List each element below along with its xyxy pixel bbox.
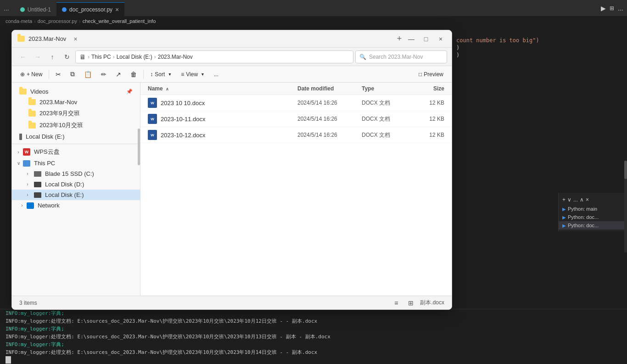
toolbar-more-btn[interactable]: ... <box>210 69 222 79</box>
toolbar-preview-btn[interactable]: □ Preview <box>415 69 447 79</box>
toolbar-delete-btn[interactable]: 🗑 <box>127 69 140 80</box>
window-maximize-btn[interactable]: □ <box>420 34 431 45</box>
nav-up-btn[interactable]: ↑ <box>46 50 59 63</box>
file-row-1[interactable]: W 2023-10-11.docx 2024/5/14 16:26 DOCX 文… <box>140 111 452 127</box>
toolbar-view-btn[interactable]: ≡ View ▼ <box>177 69 208 79</box>
panel-v-icon: ∨ <box>567 196 571 203</box>
sidebar-item-local-d[interactable]: › Local Disk (D:) <box>12 179 140 190</box>
oct-folder-icon <box>28 123 36 129</box>
terminal-item-3[interactable]: ▶ Python: doc... <box>559 221 627 230</box>
marnov-folder-icon <box>28 99 36 105</box>
sidebar-scrollbar-track[interactable] <box>138 83 140 296</box>
header-size[interactable]: Size <box>408 85 444 92</box>
videos-pin-icon: 📌 <box>126 89 133 95</box>
toolbar-copy-btn[interactable]: ⧉ <box>67 68 78 80</box>
new-label: + New <box>27 71 42 78</box>
view-label: View <box>186 71 198 78</box>
toolbar-cut-btn[interactable]: ✂ <box>52 69 65 80</box>
explorer-statusbar: 3 items ≡ ⊞ 副本.docx <box>12 296 452 309</box>
terminal-line-2: INFO:my_logger:处理文档: E:\sources_doc_2023… <box>0 317 627 325</box>
sidebar-item-thispc[interactable]: ∨ This PC <box>12 158 140 168</box>
header-date-label: Date modified <box>297 85 334 92</box>
explorer-window-controls: — □ × <box>406 34 446 45</box>
sidebar-local-e-top-label: Local Disk (E:) <box>26 133 65 140</box>
tab-doc-processor[interactable]: doc_processor.py × <box>56 2 124 16</box>
terminal-line-3: INFO:my_logger:字典; <box>0 325 627 333</box>
file-0-docx-icon: W <box>148 98 157 108</box>
breadcrumb-part1[interactable]: conda-meta <box>6 18 32 24</box>
delete-icon: 🗑 <box>130 71 137 78</box>
toolbar-paste-btn[interactable]: 📋 <box>80 69 95 80</box>
panel-right-toolbar[interactable]: + ∨ ... ∧ × <box>559 195 627 205</box>
wps-cloud-icon: W <box>23 148 30 156</box>
header-name[interactable]: Name ∧ <box>148 85 297 92</box>
tab-untitled[interactable]: Untitled-1 <box>15 2 56 16</box>
header-name-sort-icon: ∧ <box>166 87 169 91</box>
run-icon[interactable]: ▶ <box>601 5 606 12</box>
breadcrumb-sep1: › <box>34 18 36 24</box>
explorer-tab-close-btn[interactable]: × <box>73 35 77 43</box>
tab-doc-label: doc_processor.py <box>69 6 112 13</box>
layout-icon[interactable]: ⊞ <box>610 5 614 11</box>
nav-back-btn[interactable]: ← <box>17 50 29 63</box>
file-0-date: 2024/5/14 16:26 <box>297 100 362 106</box>
file-0-name-col: W 2023 10 10.docx <box>148 98 297 108</box>
explorer-sidebar: Videos 📌 2023.Mar-Nov 2023年9月交班 2023年10月… <box>12 83 140 296</box>
terminal-label-3: Python: doc... <box>568 223 599 228</box>
toolbar-share-btn[interactable]: ↗ <box>112 69 125 80</box>
toolbar-new-btn[interactable]: ⊕ + New <box>17 69 46 79</box>
sidebar-item-local-e[interactable]: › Local Disk (E:) <box>12 190 140 200</box>
sidebar-local-e-label: Local Disk (E:) <box>45 191 84 198</box>
sidebar-item-network[interactable]: › Network <box>12 200 140 211</box>
terminal-item-2[interactable]: ▶ Python: doc... <box>559 213 627 221</box>
statusbar-list-view-btn[interactable]: ≡ <box>391 297 402 308</box>
breadcrumb-part2[interactable]: doc_processor.py <box>38 18 77 24</box>
sidebar-item-2023marnov[interactable]: 2023.Mar-Nov <box>12 97 140 107</box>
file-row-0[interactable]: W 2023 10 10.docx 2024/5/14 16:26 DOCX 文… <box>140 95 452 111</box>
sidebar-item-wps[interactable]: › W WPS云盘 <box>12 146 140 158</box>
sidebar-item-videos[interactable]: Videos 📌 <box>12 86 140 97</box>
filelist-header: Name ∧ Date modified Type Size <box>140 83 452 95</box>
sort-label: Sort <box>155 71 165 78</box>
explorer-new-tab-btn[interactable]: + <box>393 33 406 45</box>
code-line-1: count number is too big") <box>453 37 590 44</box>
window-minimize-btn[interactable]: — <box>406 34 417 45</box>
share-icon: ↗ <box>116 71 121 78</box>
header-type-label: Type <box>362 85 374 92</box>
header-type[interactable]: Type <box>362 85 408 92</box>
local-e-drive-icon <box>34 192 41 198</box>
panel-dots-icon: ... <box>573 196 578 203</box>
file-1-name-col: W 2023-10-11.docx <box>148 114 297 124</box>
file-1-docx-icon: W <box>148 114 157 124</box>
vscode-tabs: Untitled-1 doc_processor.py × <box>15 0 125 16</box>
address-bar[interactable]: 🖥 › This PC › Local Disk (E:) › 2023.Mar… <box>75 50 353 63</box>
sidebar-item-blade[interactable]: › Blade 15 SSD (C:) <box>12 168 140 179</box>
sidebar-item-sept[interactable]: 2023年9月交班 <box>12 107 140 119</box>
terminal-item-1[interactable]: ▶ Python: main <box>559 205 627 213</box>
sidebar-item-oct[interactable]: 2023年10月交班 <box>12 119 140 131</box>
search-icon: 🔍 <box>359 54 366 60</box>
window-close-btn[interactable]: × <box>435 34 446 45</box>
toolbar-rename-btn[interactable]: ✏ <box>97 69 110 80</box>
panel-chevron-up-icon: ∧ <box>580 196 584 203</box>
address-current: 2023.Mar-Nov <box>158 54 193 60</box>
tab-untitled-icon <box>20 7 25 12</box>
breadcrumb-part3[interactable]: check_write_overall_patient_info <box>83 18 156 24</box>
sidebar-divider-1 <box>12 144 140 144</box>
terminal-label-2: Python: doc... <box>568 214 599 220</box>
vscode-terminal: INFO:my_logger:字典; INFO:my_logger:处理文档: … <box>0 309 627 364</box>
nav-refresh-btn[interactable]: ↻ <box>61 50 73 63</box>
toolbar-sort-btn[interactable]: ↕ Sort ▼ <box>146 69 175 79</box>
file-row-2[interactable]: W 2023-10-12.docx 2024/5/14 16:26 DOCX 文… <box>140 127 452 143</box>
search-box[interactable]: 🔍 Search 2023.Mar-Nov <box>355 50 447 63</box>
editor-scrollbar[interactable] <box>624 161 627 252</box>
terminal-cursor <box>6 356 11 364</box>
statusbar-grid-view-btn[interactable]: ⊞ <box>405 297 416 308</box>
header-date[interactable]: Date modified <box>297 85 362 92</box>
titlebar-more-icon[interactable]: ... <box>618 5 623 12</box>
back-arrow-icon: ← <box>20 53 26 61</box>
tab-close-btn[interactable]: × <box>115 6 119 13</box>
nav-forward-btn[interactable]: → <box>31 50 44 63</box>
sidebar-item-local-e-top[interactable]: Local Disk (E:) <box>12 131 140 142</box>
sidebar-marnov-label: 2023.Mar-Nov <box>39 99 77 106</box>
